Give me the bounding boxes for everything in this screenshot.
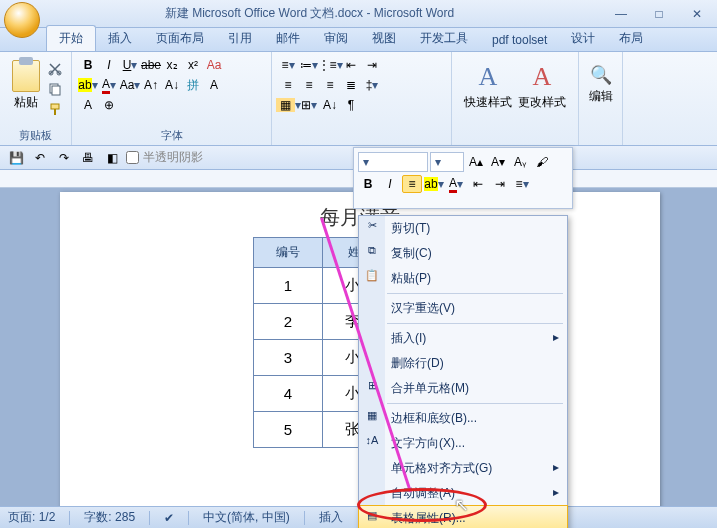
ctx-paste[interactable]: 📋粘贴(P) xyxy=(359,266,567,291)
ctx-insert[interactable]: 插入(I)▸ xyxy=(359,326,567,351)
qat-undo-icon[interactable]: ↶ xyxy=(30,149,50,167)
paste-icon: 📋 xyxy=(364,269,380,285)
highlight-button[interactable]: ab▾ xyxy=(78,76,98,94)
qat-print-icon[interactable]: 🖶 xyxy=(78,149,98,167)
group-paragraph-label xyxy=(278,131,445,143)
tab-layout[interactable]: 布局 xyxy=(607,26,655,51)
svg-rect-4 xyxy=(51,104,59,109)
tab-pdftoolset[interactable]: pdf toolset xyxy=(480,29,559,51)
qat-shadow-icon[interactable]: ◧ xyxy=(102,149,122,167)
paste-button[interactable]: 粘贴 xyxy=(6,56,45,118)
underline-button[interactable]: U▾ xyxy=(120,56,140,74)
tab-references[interactable]: 引用 xyxy=(216,26,264,51)
format-painter-icon[interactable] xyxy=(45,100,65,118)
mini-highlight[interactable]: ab▾ xyxy=(424,175,444,193)
mini-style[interactable]: Aᵧ xyxy=(510,153,530,171)
office-button[interactable] xyxy=(4,2,40,38)
mini-bullets[interactable]: ≡▾ xyxy=(512,175,532,193)
tab-home[interactable]: 开始 xyxy=(46,25,96,51)
phonetic-button[interactable]: 拼 xyxy=(183,76,203,94)
status-insert[interactable]: 插入 xyxy=(319,509,343,526)
copy-icon[interactable] xyxy=(45,80,65,98)
tab-devtools[interactable]: 开发工具 xyxy=(408,26,480,51)
ctx-copy[interactable]: ⧉复制(C) xyxy=(359,241,567,266)
line-spacing-button[interactable]: ‡▾ xyxy=(362,76,382,94)
subscript-button[interactable]: x₂ xyxy=(162,56,182,74)
ctx-cell-align[interactable]: 单元格对齐方式(G)▸ xyxy=(359,456,567,481)
indent-dec-button[interactable]: ⇤ xyxy=(341,56,361,74)
mini-font-color[interactable]: A▾ xyxy=(446,175,466,193)
status-spellcheck-icon[interactable]: ✔ xyxy=(164,511,174,525)
borders-button[interactable]: ⊞▾ xyxy=(299,96,319,114)
th-id[interactable]: 编号 xyxy=(254,238,323,268)
ctx-merge-cells[interactable]: ⊞合并单元格(M) xyxy=(359,376,567,401)
tab-mail[interactable]: 邮件 xyxy=(264,26,312,51)
mini-painter-icon[interactable]: 🖌 xyxy=(532,153,552,171)
edit-dropdown[interactable]: 🔍编辑 xyxy=(585,56,616,105)
enclose-char-button[interactable]: ⊕ xyxy=(99,96,119,114)
shrink-font-button[interactable]: A↓ xyxy=(162,76,182,94)
char-border-button[interactable]: A xyxy=(204,76,224,94)
borders-icon: ▦ xyxy=(364,409,380,425)
mini-shrink-font[interactable]: A▾ xyxy=(488,153,508,171)
font-color-button[interactable]: A▾ xyxy=(99,76,119,94)
bold-button[interactable]: B xyxy=(78,56,98,74)
tab-review[interactable]: 审阅 xyxy=(312,26,360,51)
mini-italic[interactable]: I xyxy=(380,175,400,193)
mini-font-size[interactable]: ▾ xyxy=(430,152,464,172)
qat-redo-icon[interactable]: ↷ xyxy=(54,149,74,167)
numbering-button[interactable]: ≔▾ xyxy=(299,56,319,74)
ctx-reconvert[interactable]: 汉字重选(V) xyxy=(359,296,567,321)
ctx-table-properties[interactable]: ▤表格属性(R)... xyxy=(359,506,567,528)
strike-button[interactable]: abe xyxy=(141,56,161,74)
paste-icon xyxy=(12,60,40,92)
qat-save-icon[interactable]: 💾 xyxy=(6,149,26,167)
paste-label: 粘贴 xyxy=(14,94,38,111)
ctx-delete-row[interactable]: 删除行(D) xyxy=(359,351,567,376)
mini-grow-font[interactable]: A▴ xyxy=(466,153,486,171)
bullets-button[interactable]: ≡▾ xyxy=(278,56,298,74)
tab-pagelayout[interactable]: 页面布局 xyxy=(144,26,216,51)
clear-format-button[interactable]: Aa xyxy=(204,56,224,74)
merge-icon: ⊞ xyxy=(364,379,380,395)
minimize-button[interactable]: — xyxy=(613,6,629,22)
asian-layout-button[interactable]: A xyxy=(78,96,98,114)
tab-design[interactable]: 设计 xyxy=(559,26,607,51)
ctx-cut[interactable]: ✂剪切(T) xyxy=(359,216,567,241)
align-right-button[interactable]: ≡ xyxy=(320,76,340,94)
show-marks-button[interactable]: ¶ xyxy=(341,96,361,114)
quick-styles-button[interactable]: A快速样式 xyxy=(464,62,512,111)
status-language[interactable]: 中文(简体, 中国) xyxy=(203,509,290,526)
multilevel-button[interactable]: ⋮≡▾ xyxy=(320,56,340,74)
mini-indent-dec[interactable]: ⇤ xyxy=(468,175,488,193)
mini-bold[interactable]: B xyxy=(358,175,378,193)
change-case-button[interactable]: Aa▾ xyxy=(120,76,140,94)
mini-toolbar: ▾ ▾ A▴ A▾ Aᵧ 🖌 B I ≡ ab▾ A▾ ⇤ ⇥ ≡▾ xyxy=(353,147,573,209)
align-center-button[interactable]: ≡ xyxy=(299,76,319,94)
ctx-borders[interactable]: ▦边框和底纹(B)... xyxy=(359,406,567,431)
sort-button[interactable]: A↓ xyxy=(320,96,340,114)
close-button[interactable]: ✕ xyxy=(689,6,705,22)
shading-button[interactable]: ▦▾ xyxy=(278,96,298,114)
maximize-button[interactable]: □ xyxy=(651,6,667,22)
cut-icon[interactable] xyxy=(45,60,65,78)
translucent-shadow-checkbox[interactable] xyxy=(126,151,139,164)
status-words[interactable]: 字数: 285 xyxy=(84,509,135,526)
status-page[interactable]: 页面: 1/2 xyxy=(8,509,55,526)
align-left-button[interactable]: ≡ xyxy=(278,76,298,94)
superscript-button[interactable]: x² xyxy=(183,56,203,74)
align-justify-button[interactable]: ≣ xyxy=(341,76,361,94)
mini-indent-inc[interactable]: ⇥ xyxy=(490,175,510,193)
change-styles-button[interactable]: A更改样式 xyxy=(518,62,566,111)
grow-font-button[interactable]: A↑ xyxy=(141,76,161,94)
mini-font-family[interactable]: ▾ xyxy=(358,152,428,172)
italic-button[interactable]: I xyxy=(99,56,119,74)
mini-align-center[interactable]: ≡ xyxy=(402,175,422,193)
indent-inc-button[interactable]: ⇥ xyxy=(362,56,382,74)
ctx-autofit[interactable]: 自动调整(A)▸ xyxy=(359,481,567,506)
ctx-text-direction[interactable]: ↕A文字方向(X)... xyxy=(359,431,567,456)
window-title: 新建 Microsoft Office Word 文档.docx - Micro… xyxy=(6,5,613,22)
tab-view[interactable]: 视图 xyxy=(360,26,408,51)
tab-insert[interactable]: 插入 xyxy=(96,26,144,51)
table-props-icon: ▤ xyxy=(364,509,380,525)
